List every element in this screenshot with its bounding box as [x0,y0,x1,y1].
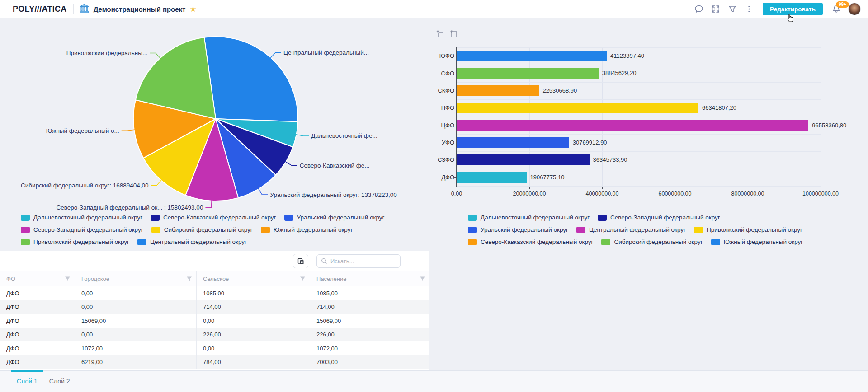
column-filter-icon[interactable] [300,276,306,282]
legend-item[interactable]: Южный федеральный округ [261,226,353,233]
legend-swatch [598,215,607,221]
bar-category-label: СЗФО [434,156,454,163]
axis-tick [454,108,456,108]
pie-callout-label: Северо-Кавказский фе... [300,162,370,169]
table-cell: ДФО [0,314,75,328]
gridline [457,169,821,169]
legend-item-label: Уральский федеральный округ [297,214,385,221]
bar-value-label: 22530668,90 [542,85,577,96]
legend-item[interactable]: Приволжский федеральный округ [21,238,129,245]
column-filter-icon[interactable] [65,276,71,282]
copy-button[interactable] [293,254,308,268]
bar-2[interactable] [457,68,599,79]
legend-item[interactable]: Северо-Кавказский федеральный округ [151,214,276,221]
table-row[interactable]: ДФО15069,000,0015069,00 [0,314,429,328]
legend-item-label: Центральный федеральный округ [150,238,247,245]
legend-item-label: Северо-Западный федеральный округ [33,226,143,233]
tab-layer-1[interactable]: Слой 1 [11,371,43,392]
legend-item[interactable]: Дальневосточный федеральный округ [21,214,142,221]
legend-item[interactable]: Северо-Западный федеральный округ [598,214,720,221]
legend-item[interactable]: Северо-Западный федеральный округ [21,226,143,233]
legend-swatch [151,215,160,221]
legend-item[interactable]: Уральский федеральный округ [468,226,568,233]
table-cell: 784,00 [197,355,310,369]
bar-8[interactable] [457,172,527,183]
legend-item-label: Приволжский федеральный округ [33,238,129,245]
pie-callout-label: Приволжский федеральны... [66,50,147,56]
bar-1[interactable] [457,51,607,61]
table-cell: ДФО [0,355,75,369]
table-row[interactable]: ДФО6219,00784,007003,00 [0,355,429,369]
legend-item[interactable]: Центральный федеральный округ [576,226,686,233]
table-cell: 1085,00 [197,286,310,300]
column-header-4: Население [310,271,429,286]
legend-swatch [711,239,720,245]
table-row[interactable]: ДФО0,00714,00714,00 [0,300,429,314]
legend-item[interactable]: Сибирский федеральный округ [151,226,253,233]
bar-4[interactable] [457,103,698,113]
bar-3[interactable] [457,85,539,96]
column-header-label: Сельское [203,275,229,282]
legend-swatch [151,227,160,233]
step-back-icon[interactable] [449,29,459,39]
filter-icon[interactable] [727,4,737,14]
bar-7[interactable] [457,154,590,165]
column-header-2: Городское [75,271,197,286]
comments-icon[interactable] [694,4,704,14]
legend-swatch [21,215,30,221]
legend-item-label: Южный федеральный округ [274,226,353,233]
axis-tick [602,187,603,189]
table-row[interactable]: ДФО0,001085,001085,00 [0,286,429,300]
tab-layer-2[interactable]: Слой 2 [43,371,76,392]
legend-item-label: Южный федеральный округ [724,238,803,245]
layer-tab-bar: Слой 1Слой 2 [0,370,868,392]
bar-value-label: 96558360,80 [812,120,846,131]
table-cell: 15069,00 [75,314,197,328]
notifications-bell-icon[interactable]: 99+ [831,4,841,14]
legend-row: Приволжский федеральный округЦентральный… [21,238,384,245]
bar-category-label: ДФО [434,174,454,181]
legend-item[interactable]: Приволжский федеральный округ [694,226,802,233]
table-cell: 714,00 [310,300,429,314]
table-row[interactable]: ДФО1072,000,001072,00 [0,341,429,355]
legend-swatch [21,227,30,233]
bar-legend: Дальневосточный федеральный округСеверо-… [468,214,803,245]
star-icon[interactable]: ★ [189,5,196,13]
legend-swatch [21,239,30,245]
legend-item[interactable]: Южный федеральный округ [711,238,803,245]
legend-item[interactable]: Уральский федеральный округ [284,214,385,221]
legend-item[interactable]: Центральный федеральный округ [137,238,247,245]
legend-item[interactable]: Дальневосточный федеральный округ [468,214,590,221]
bar-5[interactable] [457,120,808,131]
table-row[interactable]: ДФО0,00226,00226,00 [0,328,429,342]
bar-value-label: 36345733,90 [593,154,627,165]
edit-button[interactable]: Редактировать [763,3,823,15]
bar-6[interactable] [457,137,569,148]
axis-tick [454,177,456,178]
legend-swatch [576,227,585,233]
legend-item-label: Дальневосточный федеральный округ [33,214,142,221]
column-header-label: ФО [6,275,15,282]
search-icon [321,258,327,264]
legend-swatch [468,227,477,233]
column-filter-icon[interactable] [420,276,425,282]
table-cell: 1085,00 [310,286,429,300]
search-input[interactable] [330,258,396,265]
more-options-icon[interactable] [744,4,754,14]
bar-value-label: 41123397,40 [610,51,644,61]
legend-item[interactable]: Сибирский федеральный округ [601,238,703,245]
column-filter-icon[interactable] [186,276,192,282]
bar-category-label: УФО [434,139,454,146]
zoom-frame-plus-icon[interactable] [435,29,445,39]
column-header-label: Население [316,275,346,282]
header-divider [73,4,74,14]
x-tick-label: 80000000,00 [718,191,777,197]
table-cell: 0,00 [75,300,197,314]
legend-item-label: Центральный федеральный округ [589,226,686,233]
table-cell: ДФО [0,286,75,300]
legend-item[interactable]: Северо-Кавказский федеральный округ [468,238,593,245]
table-cell: ДФО [0,341,75,355]
fullscreen-icon[interactable] [711,4,721,14]
user-avatar[interactable] [848,3,861,15]
x-tick-label: 0,00 [427,191,486,197]
